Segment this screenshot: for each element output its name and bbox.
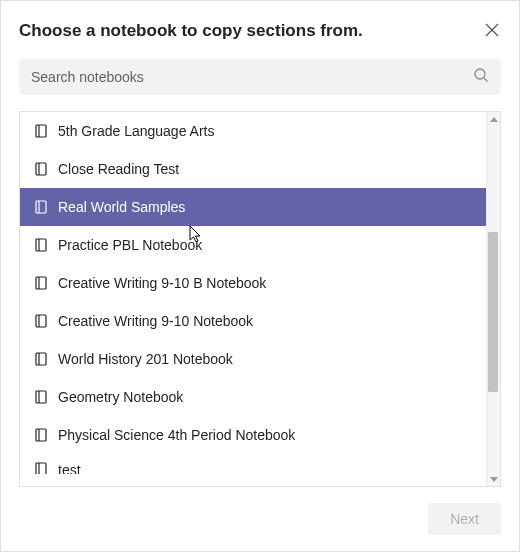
notebook-icon [34, 462, 48, 474]
notebook-item[interactable]: test [20, 454, 486, 474]
notebook-label: Practice PBL Notebook [58, 237, 202, 253]
notebook-icon [34, 124, 48, 138]
svg-rect-22 [36, 463, 46, 474]
scroll-down-arrow[interactable] [487, 472, 501, 486]
notebook-item[interactable]: Physical Science 4th Period Notebook [20, 416, 486, 454]
notebook-icon [34, 276, 48, 290]
notebook-item[interactable]: Creative Writing 9-10 B Notebook [20, 264, 486, 302]
notebook-icon [34, 200, 48, 214]
notebook-icon [34, 352, 48, 366]
notebook-item[interactable]: Geometry Notebook [20, 378, 486, 416]
notebook-item[interactable]: Close Reading Test [20, 150, 486, 188]
notebook-icon [34, 238, 48, 252]
search-input[interactable] [31, 69, 473, 85]
dialog-title: Choose a notebook to copy sections from. [19, 21, 363, 41]
notebook-icon [34, 390, 48, 404]
notebook-label: World History 201 Notebook [58, 351, 233, 367]
notebook-picker-dialog: Choose a notebook to copy sections from.… [1, 1, 519, 551]
notebook-item[interactable]: Creative Writing 9-10 Notebook [20, 302, 486, 340]
scroll-up-arrow[interactable] [487, 112, 501, 126]
notebook-label: Real World Samples [58, 199, 185, 215]
scrollbar[interactable] [486, 112, 500, 486]
search-icon [473, 67, 489, 87]
svg-rect-4 [36, 125, 46, 137]
svg-rect-18 [36, 391, 46, 403]
notebook-icon [34, 314, 48, 328]
notebook-label: Creative Writing 9-10 B Notebook [58, 275, 266, 291]
notebook-icon [34, 428, 48, 442]
svg-rect-8 [36, 201, 46, 213]
notebook-item[interactable]: World History 201 Notebook [20, 340, 486, 378]
notebook-label: test [58, 462, 81, 474]
scrollbar-thumb[interactable] [488, 232, 498, 392]
svg-rect-12 [36, 277, 46, 289]
close-icon [485, 23, 499, 37]
svg-rect-14 [36, 315, 46, 327]
svg-point-2 [475, 69, 485, 79]
dialog-header: Choose a notebook to copy sections from. [19, 21, 501, 41]
notebook-label: Physical Science 4th Period Notebook [58, 427, 295, 443]
notebook-list-container: 5th Grade Language ArtsClose Reading Tes… [19, 111, 501, 487]
notebook-icon [34, 162, 48, 176]
notebook-label: Geometry Notebook [58, 389, 183, 405]
notebook-label: Creative Writing 9-10 Notebook [58, 313, 253, 329]
dialog-footer: Next [19, 487, 501, 551]
svg-line-3 [484, 78, 488, 82]
notebook-list: 5th Grade Language ArtsClose Reading Tes… [20, 112, 486, 486]
svg-rect-16 [36, 353, 46, 365]
notebook-item[interactable]: Practice PBL Notebook [20, 226, 486, 264]
svg-rect-6 [36, 163, 46, 175]
svg-rect-20 [36, 429, 46, 441]
notebook-item[interactable]: Real World Samples [20, 188, 486, 226]
next-button[interactable]: Next [428, 503, 501, 535]
svg-rect-10 [36, 239, 46, 251]
notebook-label: Close Reading Test [58, 161, 179, 177]
notebook-label: 5th Grade Language Arts [58, 123, 214, 139]
search-box[interactable] [19, 59, 501, 95]
notebook-item[interactable]: 5th Grade Language Arts [20, 112, 486, 150]
close-button[interactable] [483, 21, 501, 39]
